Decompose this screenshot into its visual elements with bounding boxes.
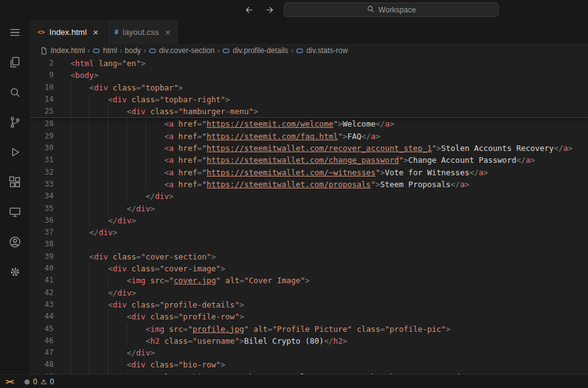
code-line[interactable]: 43<div class="profile-details"> [30, 299, 588, 311]
remote-indicator[interactable]: >< [0, 375, 19, 388]
history-navigation [244, 0, 274, 20]
line-code[interactable]: <a href="https://steemit.com/welcome">We… [61, 118, 588, 130]
line-code[interactable]: <div class="hamburger-menu"> [61, 105, 588, 117]
breadcrumb-profile-details[interactable]: div.profile-details [222, 46, 288, 55]
line-code[interactable]: <img src="profile.jpg" alt="Profile Pict… [61, 323, 588, 335]
run-debug-icon[interactable] [0, 140, 30, 165]
code-line[interactable]: 47</div> [30, 347, 588, 359]
code-line[interactable]: 25<div class="hamburger-menu"> [30, 105, 588, 117]
back-arrow-icon[interactable] [244, 5, 254, 15]
source-control-icon[interactable] [0, 110, 30, 135]
line-code[interactable] [61, 238, 588, 250]
extensions-icon[interactable] [0, 170, 30, 195]
line-code[interactable]: <p class="bio">IT teacher - Traveler-Dre… [61, 371, 588, 374]
line-code[interactable]: <a href="https://steemitwallet.com/~witn… [61, 167, 588, 178]
line-code[interactable]: <div class="topbar-right"> [61, 94, 588, 105]
symbol-icon [222, 47, 230, 55]
line-code[interactable]: <a href="https://steemitwallet.com/recov… [61, 142, 588, 154]
line-code[interactable]: <html lang="en"> [61, 57, 588, 69]
status-bar: >< ⊗ 0 ⚠ 0 [0, 374, 588, 388]
code-line[interactable]: 34</div> [30, 190, 588, 202]
line-number: 30 [30, 142, 61, 154]
line-code[interactable]: </div> [61, 287, 588, 299]
line-number: 34 [30, 190, 61, 202]
line-code[interactable]: <a href="https://steemitwallet.com/chang… [61, 154, 588, 166]
tab-label: layout.css [123, 27, 159, 37]
settings-gear-icon[interactable] [0, 259, 30, 284]
search-icon[interactable] [0, 80, 30, 105]
code-line[interactable]: 28<a href="https://steemit.com/welcome">… [30, 118, 588, 130]
line-code[interactable]: </div> [61, 190, 588, 202]
line-number: 42 [30, 287, 61, 299]
line-number: 9 [30, 69, 61, 81]
code-line[interactable]: 41<img src="cover.jpg" alt="Cover Image"… [30, 274, 588, 286]
close-icon[interactable]: × [91, 27, 100, 37]
code-line[interactable]: 46<h2 class="username">Bilel Crypto (80)… [30, 335, 588, 347]
line-code[interactable]: <div class="cover-image"> [61, 263, 588, 274]
line-code[interactable]: </div> [61, 347, 588, 359]
code-line[interactable]: 39<div class="cover-section"> [30, 251, 588, 263]
line-code[interactable]: </div> [61, 203, 588, 215]
file-icon [40, 47, 48, 55]
line-code[interactable]: <img src="cover.jpg" alt="Cover Image"> [61, 274, 588, 286]
breadcrumb-file[interactable]: Index.html [40, 46, 85, 55]
forward-arrow-icon[interactable] [264, 5, 274, 15]
code-line[interactable]: 30<a href="https://steemitwallet.com/rec… [30, 142, 588, 154]
breadcrumb-body[interactable]: body [125, 46, 141, 55]
code-line[interactable]: 45<img src="profile.jpg" alt="Profile Pi… [30, 323, 588, 335]
line-number: 40 [30, 263, 61, 274]
breadcrumb-html[interactable]: html [92, 46, 117, 55]
breadcrumb-cover-section[interactable]: div.cover-section [148, 46, 214, 55]
code-line[interactable]: 42</div> [30, 287, 588, 299]
line-number: 37 [30, 226, 61, 238]
tab-layout-css[interactable]: # layout.css × [107, 20, 180, 44]
line-code[interactable]: </div> [61, 215, 588, 226]
line-code[interactable]: <a href="https://steemit.com/faq.html">F… [61, 130, 588, 142]
warnings-count: 0 [50, 377, 54, 386]
code-line[interactable]: 14<div class="topbar-right"> [30, 94, 588, 105]
code-line[interactable]: 49<p class="bio">IT teacher - Traveler-D… [30, 371, 588, 374]
remote-explorer-icon[interactable] [0, 200, 30, 225]
line-code[interactable]: <body> [61, 69, 588, 81]
code-line[interactable]: 9<body> [30, 69, 588, 81]
line-code[interactable]: <div class="cover-section"> [61, 251, 588, 263]
line-number: 28 [30, 118, 61, 130]
line-code[interactable]: <div class="profile-row"> [61, 311, 588, 323]
code-line[interactable]: 31<a href="https://steemitwallet.com/cha… [30, 154, 588, 166]
line-code[interactable]: <h2 class="username">Bilel Crypto (80)</… [61, 335, 588, 347]
problems-indicator[interactable]: ⊗ 0 ⚠ 0 [19, 375, 59, 388]
account-icon[interactable] [0, 230, 30, 255]
code-line[interactable]: 10<div class="topbar"> [30, 82, 588, 94]
code-line[interactable]: 2<html lang="en"> [30, 57, 588, 69]
code-line[interactable]: 40<div class="cover-image"> [30, 263, 588, 274]
code-line[interactable]: 48<div class="bio-row"> [30, 359, 588, 371]
explorer-icon[interactable] [0, 50, 30, 75]
warnings-icon: ⚠ [41, 377, 47, 386]
code-line[interactable]: 29<a href="https://steemit.com/faq.html"… [30, 130, 588, 142]
close-icon[interactable]: × [163, 27, 173, 37]
line-number: 41 [30, 274, 61, 286]
editor[interactable]: 2<html lang="en">9<body>10<div class="to… [30, 57, 588, 374]
line-code[interactable]: <div class="profile-details"> [61, 299, 588, 311]
line-code[interactable]: <div class="bio-row"> [61, 359, 588, 371]
breadcrumb-stats-row[interactable]: div.stats-row [296, 46, 347, 55]
code-line[interactable]: 35</div> [30, 203, 588, 215]
title-bar: Workspace [0, 0, 588, 20]
code-line[interactable]: 44<div class="profile-row"> [30, 311, 588, 323]
code-line[interactable]: 32<a href="https://steemitwallet.com/~wi… [30, 167, 588, 178]
tab-index-html[interactable]: <> Index.html × [30, 20, 107, 44]
line-number: 36 [30, 215, 61, 226]
line-code[interactable]: <a href="https://steemitwallet.com/propo… [61, 178, 588, 190]
line-code[interactable]: <div class="topbar"> [61, 82, 588, 94]
breadcrumb-separator: › [85, 46, 92, 55]
code-line[interactable]: 33<a href="https://steemitwallet.com/pro… [30, 178, 588, 190]
line-number: 31 [30, 154, 61, 166]
code-line[interactable]: 36</div> [30, 215, 588, 226]
line-number: 43 [30, 299, 61, 311]
code-line[interactable]: 38 [30, 238, 588, 250]
menu-icon[interactable] [0, 20, 30, 45]
line-number: 48 [30, 359, 61, 371]
code-line[interactable]: 37</div> [30, 226, 588, 238]
line-code[interactable]: </div> [61, 226, 588, 238]
command-center-search[interactable]: Workspace [284, 2, 499, 17]
